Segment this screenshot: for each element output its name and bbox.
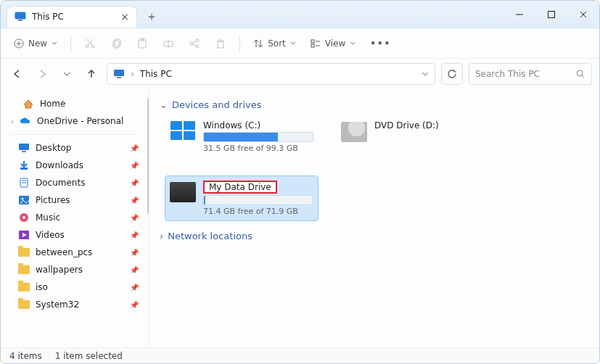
usage-bar (203, 132, 313, 142)
plus-circle-icon (14, 38, 24, 49)
sidebar-item-music[interactable]: Music📌 (4, 209, 146, 226)
sidebar-item-home[interactable]: Home (4, 95, 146, 112)
more-button[interactable]: ••• (364, 33, 397, 54)
forward-button[interactable] (33, 65, 52, 83)
status-selected: 1 item selected (55, 351, 123, 361)
chevron-right-icon: › (160, 231, 163, 241)
home-icon (22, 98, 34, 109)
new-button[interactable]: New (8, 33, 63, 54)
svg-point-49 (22, 216, 25, 219)
copy-icon (110, 38, 122, 49)
drive-dvd[interactable]: DVD Drive (D:) (337, 116, 489, 157)
status-item-count: 4 items (9, 351, 42, 361)
paste-button[interactable] (131, 33, 154, 54)
drive-free-text: 71.4 GB free of 71.9 GB (203, 207, 313, 216)
command-bar: New Sort View ••• (1, 28, 599, 59)
svg-rect-1 (18, 20, 22, 21)
back-button[interactable] (8, 65, 27, 83)
pin-icon[interactable]: 📌 (130, 284, 139, 291)
new-label: New (28, 38, 47, 49)
sidebar-item-system32[interactable]: System32📌 (4, 296, 146, 313)
recent-button[interactable] (57, 65, 76, 83)
address-dropdown-icon[interactable] (422, 70, 429, 78)
folder-icon (18, 212, 30, 223)
drive-rename-field[interactable]: My Data Drive (203, 181, 277, 194)
rename-icon (163, 38, 174, 49)
tab-this-pc[interactable]: This PC × (7, 6, 137, 28)
pin-icon[interactable]: 📌 (130, 249, 139, 257)
new-tab-button[interactable]: ＋ (141, 7, 162, 28)
search-box[interactable]: Search This PC (469, 63, 592, 85)
pin-icon[interactable]: 📌 (130, 144, 139, 152)
rename-button[interactable] (157, 33, 180, 54)
svg-line-12 (86, 39, 92, 45)
pin-icon[interactable]: 📌 (130, 266, 139, 274)
svg-rect-30 (311, 44, 314, 47)
sidebar-item-label: Downloads (36, 160, 83, 170)
pc-icon (15, 11, 26, 22)
svg-line-23 (193, 44, 196, 46)
minimize-button[interactable] (504, 1, 535, 28)
sidebar-item-videos[interactable]: Videos📌 (4, 226, 146, 244)
pin-icon[interactable]: 📌 (130, 231, 139, 239)
svg-marker-38 (24, 100, 33, 108)
view-button[interactable]: View (305, 33, 361, 54)
pin-icon[interactable]: 📌 (130, 162, 139, 170)
svg-point-19 (190, 42, 193, 45)
svg-rect-41 (20, 167, 28, 170)
pin-icon[interactable]: 📌 (130, 214, 139, 222)
sidebar-item-wallpapers[interactable]: wallpapers📌 (4, 261, 146, 278)
sidebar-item-onedrive[interactable]: › OneDrive - Personal (4, 112, 146, 130)
folder-icon (18, 299, 30, 310)
copy-button[interactable] (104, 33, 128, 54)
group-network-header[interactable]: › Network locations (160, 231, 589, 241)
folder-icon (18, 229, 30, 241)
svg-rect-35 (117, 77, 121, 78)
cut-button[interactable] (78, 33, 102, 54)
hdd-icon (170, 182, 196, 202)
chevron-right-icon[interactable]: › (11, 117, 14, 125)
svg-rect-3 (548, 11, 555, 17)
folder-icon (18, 247, 30, 258)
breadcrumb-this-pc[interactable]: This PC (140, 69, 172, 79)
pin-icon[interactable]: 📌 (130, 179, 139, 187)
chevron-right-icon: › (131, 69, 134, 79)
sidebar-item-documents[interactable]: Documents📌 (4, 174, 146, 191)
sort-icon (253, 38, 263, 49)
sidebar-item-between_pcs[interactable]: between_pcs📌 (4, 244, 146, 261)
sidebar-item-label: Documents (36, 178, 85, 188)
delete-button[interactable] (209, 33, 232, 54)
group-devices-header[interactable]: ⌄ Devices and drives (160, 99, 589, 110)
folder-icon (18, 194, 30, 206)
drive-data[interactable]: My Data Drive 71.4 GB free of 71.9 GB (165, 176, 318, 220)
refresh-button[interactable] (441, 63, 463, 85)
tab-title: This PC (32, 12, 64, 22)
close-window-button[interactable] (567, 1, 599, 28)
sidebar-item-label: Home (40, 99, 65, 109)
maximize-button[interactable] (535, 1, 567, 28)
usage-bar (203, 195, 313, 205)
sidebar-item-label: wallpapers (36, 265, 83, 275)
up-button[interactable] (82, 65, 101, 83)
sidebar-item-label: Pictures (36, 195, 70, 205)
close-tab-icon[interactable]: × (120, 11, 129, 22)
sidebar-item-iso[interactable]: iso📌 (4, 278, 146, 296)
sidebar-item-label: OneDrive - Personal (37, 116, 123, 126)
splitter-handle[interactable] (147, 98, 149, 214)
sort-button[interactable]: Sort (247, 33, 302, 54)
search-placeholder: Search This PC (475, 69, 540, 79)
sidebar-item-downloads[interactable]: Downloads📌 (4, 157, 146, 174)
sidebar-item-pictures[interactable]: Pictures📌 (4, 191, 146, 209)
share-icon (189, 38, 200, 49)
sidebar-item-label: Videos (36, 230, 65, 240)
address-bar[interactable]: › This PC (107, 63, 435, 85)
share-button[interactable] (183, 33, 206, 54)
drive-c[interactable]: Windows (C:) 31.5 GB free of 99.3 GB (165, 116, 318, 157)
windows-drive-icon (170, 120, 196, 141)
sidebar-item-desktop[interactable]: Desktop📌 (4, 139, 146, 157)
pin-icon[interactable]: 📌 (130, 197, 139, 204)
sidebar-item-label: Desktop (36, 143, 72, 153)
folder-icon (18, 281, 30, 293)
chevron-down-icon (52, 41, 57, 46)
pin-icon[interactable]: 📌 (130, 301, 139, 309)
